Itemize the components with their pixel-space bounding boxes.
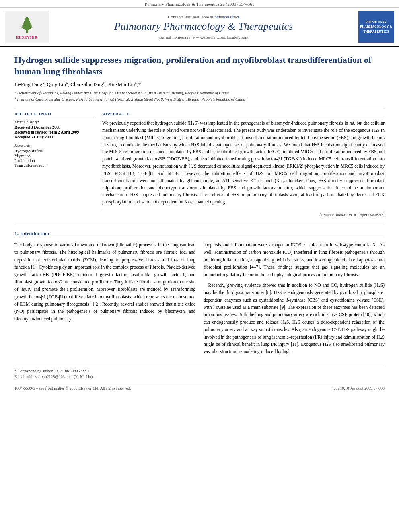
elsevier-brand-label: ELSEVIER — [16, 35, 38, 39]
abstract-heading: ABSTRACT — [102, 111, 385, 117]
journal-citation: Pulmonary Pharmacology & Therapeutics 22… — [0, 0, 399, 8]
received-revised-date: Received in revised form 2 April 2009 — [14, 130, 95, 134]
bottom-bar: 1094-5539/$ – see front matter © 2009 El… — [14, 384, 385, 390]
journal-header: ELSEVIER Contents lists available at Sci… — [0, 8, 399, 47]
authors-line: Li-Ping Fangᵃ, Qing Linᵃ, Chao-Shu Tangᵇ… — [14, 81, 385, 88]
article-info-heading: ARTICLE INFO — [14, 111, 95, 117]
issn-info: 1094-5539/$ – see front matter © 2009 El… — [14, 386, 131, 390]
footnotes: * Corresponding author. Tel.: +86 108357… — [14, 366, 385, 379]
corresponding-author: * Corresponding author. Tel.: +86 108357… — [14, 369, 385, 373]
intro-para-2: apoptosis and inflammation were stronger… — [204, 241, 385, 278]
affiliation-b: ᵇ Institute of Cardiovascular Disease, P… — [14, 96, 385, 102]
journal-name: Pulmonary Pharmacology & Therapeutics — [53, 20, 354, 33]
article-body: Hydrogen sulfide suppresses migration, p… — [0, 47, 399, 398]
article-info-panel: ARTICLE INFO Article history: Received 3… — [14, 111, 95, 217]
abstract-panel: ABSTRACT We previously reported that hyd… — [102, 111, 385, 217]
article-info-abstract: ARTICLE INFO Article history: Received 3… — [14, 111, 385, 217]
intro-column-2: apoptosis and inflammation were stronger… — [204, 241, 385, 359]
sciencedirect-link[interactable]: Contents lists available at ScienceDirec… — [53, 14, 354, 19]
keyword-2: Migration — [14, 154, 95, 158]
abstract-text: We previously reported that hydrogen sul… — [102, 120, 385, 206]
keyword-4: Transdifferentiation — [14, 163, 95, 168]
introduction-section: 1. Introduction The body’s response to v… — [14, 230, 385, 359]
history-label: Article history: — [14, 120, 95, 124]
intro-para-3: Recently, growing evidence showed that i… — [204, 281, 385, 355]
introduction-heading: 1. Introduction — [14, 230, 385, 238]
journal-cover-logo: PULMONARY PHARMACOLOGY & THERAPEUTICS — [358, 11, 394, 43]
intro-column-1: The body’s response to various known and… — [14, 241, 195, 359]
keywords-label: Keywords: — [14, 143, 95, 148]
doi-info: doi:10.1016/j.pupt.2009.07.003 — [334, 386, 385, 390]
keyword-1: Hydrogen sulfide — [14, 149, 95, 153]
keyword-3: Proliferation — [14, 158, 95, 163]
intro-para-1: The body’s response to various known and… — [14, 241, 195, 322]
article-title: Hydrogen sulfide suppresses migration, p… — [14, 54, 385, 77]
received-date: Received 3 December 2008 — [14, 125, 95, 129]
elsevier-logo: ELSEVIER — [5, 11, 49, 43]
introduction-body: The body’s response to various known and… — [14, 241, 385, 359]
affiliations: ᵃ Department of Geriatrics, Peking Unive… — [14, 90, 385, 102]
journal-title-block: Contents lists available at ScienceDirec… — [53, 14, 354, 39]
accepted-date: Accepted 21 July 2009 — [14, 135, 95, 139]
email-address: E-mail address: lxm2128@163.com (X.-M. L… — [14, 374, 385, 379]
affiliation-a: ᵃ Department of Geriatrics, Peking Unive… — [14, 90, 385, 96]
copyright-notice: © 2009 Elsevier Ltd. All rights reserved… — [102, 210, 385, 217]
journal-homepage: journal homepage: www.elsevier.com/locat… — [53, 35, 354, 39]
svg-point-3 — [25, 17, 29, 22]
